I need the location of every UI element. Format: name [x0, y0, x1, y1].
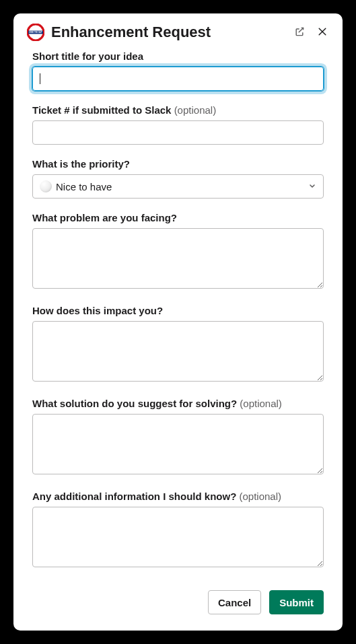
modal-header: MIND THE GAP Enhancement Request: [13, 13, 343, 48]
impact-textarea[interactable]: [32, 321, 324, 382]
impact-label: How does this impact you?: [32, 305, 324, 316]
close-icon: [317, 26, 328, 39]
short-title-input[interactable]: [32, 67, 324, 91]
short-title-label: Short title for your idea: [32, 50, 324, 62]
solution-label: What solution do you suggest for solving…: [32, 398, 324, 409]
modal-body: Short title for your idea Ticket # if su…: [13, 48, 343, 582]
additional-textarea[interactable]: [32, 507, 324, 567]
priority-select[interactable]: Nice to have: [32, 174, 324, 199]
ticket-label: Ticket # if submitted to Slack (optional…: [32, 104, 324, 116]
problem-label: What problem are you facing?: [32, 212, 324, 223]
modal-footer: Cancel Submit: [13, 582, 343, 631]
cancel-button[interactable]: Cancel: [208, 590, 261, 614]
solution-optional-text: (optional): [240, 398, 282, 409]
additional-label-text: Any additional information I should know…: [32, 491, 240, 502]
additional-label: Any additional information I should know…: [32, 491, 324, 502]
modal-title: Enhancement Request: [51, 24, 286, 41]
field-short-title: Short title for your idea: [32, 50, 324, 91]
field-solution: What solution do you suggest for solving…: [32, 398, 324, 477]
field-problem: What problem are you facing?: [32, 212, 324, 291]
priority-label: What is the priority?: [32, 158, 324, 170]
chevron-down-icon: [308, 180, 316, 192]
field-additional: Any additional information I should know…: [32, 491, 324, 570]
modal-dialog: MIND THE GAP Enhancement Request: [13, 13, 343, 631]
solution-label-text: What solution do you suggest for solving…: [32, 398, 240, 409]
submit-button[interactable]: Submit: [269, 590, 324, 614]
close-button[interactable]: [316, 25, 329, 40]
text-cursor: [40, 73, 41, 84]
field-priority: What is the priority? Nice to have: [32, 158, 324, 199]
field-impact: How does this impact you?: [32, 305, 324, 384]
header-actions: [293, 25, 329, 40]
external-link-icon: [294, 26, 305, 39]
field-ticket: Ticket # if submitted to Slack (optional…: [32, 104, 324, 145]
priority-selected-text: Nice to have: [56, 181, 304, 192]
open-external-button[interactable]: [293, 25, 306, 40]
ticket-optional-text: (optional): [174, 104, 217, 116]
priority-option-icon: [40, 180, 52, 192]
problem-textarea[interactable]: [32, 228, 324, 289]
solution-textarea[interactable]: [32, 414, 324, 474]
ticket-input[interactable]: [32, 120, 324, 145]
additional-optional-text: (optional): [240, 491, 282, 502]
app-logo-icon: MIND THE GAP: [27, 24, 44, 41]
ticket-label-text: Ticket # if submitted to Slack: [32, 104, 174, 116]
svg-text:MIND THE GAP: MIND THE GAP: [30, 31, 42, 34]
